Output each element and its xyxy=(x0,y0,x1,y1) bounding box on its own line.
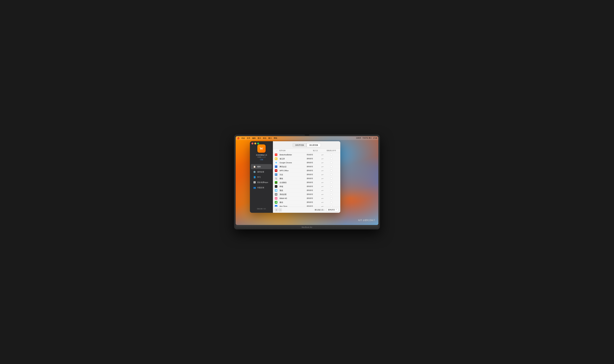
stepper-icon[interactable]: ▲▼ xyxy=(321,162,324,163)
stepper-icon[interactable]: ▲▼ xyxy=(321,154,324,155)
row-app-name: 访达 xyxy=(279,173,307,176)
tab-bar: 按程序切换 按位置切换 xyxy=(273,141,340,149)
more-apps-icon: 🅰 xyxy=(253,181,256,184)
menu-window[interactable]: 窗口 xyxy=(268,137,272,139)
force-english-checkbox[interactable] xyxy=(330,201,332,203)
tab-by-program[interactable]: 按程序切换 xyxy=(293,143,307,147)
menu-view[interactable]: 显示 xyxy=(258,137,261,139)
table-header: ... 程序名称 输入法 强制英文符号 xyxy=(273,149,340,153)
default-input-label: 默认输入法： xyxy=(315,209,325,211)
table-body: ● BetterAndBetter 简体拼音 ▲▼ 📝 备忘录 搜狗拼音 ▲▼ xyxy=(273,153,340,207)
rules-icon: 📋 xyxy=(253,165,256,168)
row-input-method[interactable]: 搜狗拼音 ▲▼ xyxy=(307,162,324,164)
row-input-method[interactable]: 搜狗拼音 ▲▼ xyxy=(307,177,324,180)
sidebar-item-learn[interactable]: 📘 学习 xyxy=(251,175,272,180)
tab-by-position[interactable]: 按位置切换 xyxy=(307,143,321,147)
feedback-label: 问题反馈 xyxy=(257,186,264,189)
force-english-checkbox[interactable] xyxy=(330,205,332,207)
row-input-method[interactable]: 搜狗拼音 ▲▼ xyxy=(307,205,324,207)
row-input-method[interactable]: 搜狗拼音 ▲▼ xyxy=(307,197,324,199)
force-english-checkbox[interactable] xyxy=(330,174,332,176)
sidebar-item-feedback[interactable]: 👥 问题反馈 xyxy=(251,185,272,190)
menu-file[interactable]: 文件 xyxy=(247,137,250,139)
stepper-icon[interactable]: ▲▼ xyxy=(321,170,324,171)
menu-help[interactable]: 帮助 xyxy=(274,137,277,139)
row-input-method[interactable]: 搜狗拼音 ▲▼ xyxy=(307,189,324,192)
row-input-method[interactable]: 搜狗拼音 ▲▼ xyxy=(307,166,324,168)
sidebar-item-rules[interactable]: 📋 规则 xyxy=(251,164,272,169)
force-english-checkbox[interactable] xyxy=(330,197,332,199)
stepper-icon[interactable]: ▲▼ xyxy=(321,202,324,203)
table-row: W WPS Office 搜狗拼音 ▲▼ xyxy=(273,169,340,173)
stepper-icon[interactable]: ▲▼ xyxy=(321,198,324,199)
stepper-icon[interactable]: ▲▼ xyxy=(321,186,324,187)
app-icon-container: W 自动切换输入法 内购版: 2.2.0 订购 xyxy=(256,144,267,161)
row-app-icon: 📝 xyxy=(275,157,277,160)
stepper-icon[interactable]: ▲▼ xyxy=(321,174,324,175)
sidebar: W 自动切换输入法 内购版: 2.2.0 订购 📋 规则 ⚙️ xyxy=(250,141,273,213)
row-app-icon: A xyxy=(275,205,277,207)
sidebar-nav: 📋 规则 ⚙️ 通用设置 📘 学习 🅰 更 xyxy=(250,164,273,190)
apple-logo-icon[interactable]: 🍎 xyxy=(237,137,239,139)
row-checkbox-cell xyxy=(324,162,338,164)
stepper-icon[interactable]: ▲▼ xyxy=(321,190,324,191)
force-english-checkbox[interactable] xyxy=(330,182,332,183)
row-app-name: 腾讯会议 xyxy=(279,166,307,168)
force-english-checkbox[interactable] xyxy=(330,154,332,156)
close-button[interactable] xyxy=(251,143,253,144)
row-checkbox-cell xyxy=(324,154,338,156)
macbook-bottom-bar: MacBook Air xyxy=(236,225,378,229)
row-input-method[interactable]: 简体拼音 ▲▼ xyxy=(307,154,324,156)
row-app-icon: 🔍 xyxy=(275,177,277,180)
row-input-method[interactable]: 搜狗拼音 ▲▼ xyxy=(307,173,324,176)
force-english-checkbox[interactable] xyxy=(330,162,332,164)
desktop: 🍎 访达 文件 编辑 显示 前往 窗口 帮助 1191字 7月27日 周三 17… xyxy=(236,136,378,225)
row-input-method[interactable]: 搜狗拼音 ▲▼ xyxy=(307,157,324,160)
row-app-icon: 📹 xyxy=(275,165,277,168)
table-row: 💬 微信 搜狗拼音 ▲▼ xyxy=(273,200,340,204)
stepper-icon[interactable]: ▲▼ xyxy=(321,194,324,195)
row-input-method[interactable]: 搜狗拼音 ▲▼ xyxy=(307,193,324,195)
sidebar-item-general[interactable]: ⚙️ 通用设置 xyxy=(251,169,272,174)
force-english-checkbox[interactable] xyxy=(330,185,332,187)
row-app-name: 终端 xyxy=(279,185,307,188)
table-row: > 终端 搜狗拼音 ▲▼ xyxy=(273,184,340,188)
menu-edit[interactable]: 编辑 xyxy=(252,137,256,139)
force-english-checkbox[interactable] xyxy=(330,189,332,191)
menubar: 🍎 访达 文件 编辑 显示 前往 窗口 帮助 1191字 7月27日 周三 17… xyxy=(236,136,378,140)
minimize-button[interactable] xyxy=(254,143,256,144)
row-input-method[interactable]: 搜狗拼音 ▲▼ xyxy=(307,169,324,172)
sidebar-item-more-apps[interactable]: 🅰 更多免费Apps xyxy=(251,180,272,185)
buy-link[interactable]: 订购 xyxy=(260,158,263,161)
row-input-method[interactable]: 搜狗拼音 ▲▼ xyxy=(307,201,324,203)
row-app-icon: 💬 xyxy=(275,201,277,204)
force-english-checkbox[interactable] xyxy=(330,166,332,168)
row-app-icon: W xyxy=(275,169,277,172)
stepper-icon[interactable]: ▲▼ xyxy=(321,158,324,159)
menu-go[interactable]: 前往 xyxy=(263,137,266,139)
row-input-method[interactable]: 搜狗拼音 ▲▼ xyxy=(307,181,324,183)
force-english-checkbox[interactable] xyxy=(330,170,332,171)
force-english-checkbox[interactable] xyxy=(330,194,332,195)
row-checkbox-cell xyxy=(324,185,338,187)
default-input-select[interactable]: 搜狗拼音 ⌃ xyxy=(327,208,338,211)
row-input-method[interactable]: 搜狗拼音 ▲▼ xyxy=(307,185,324,188)
fullscreen-button[interactable] xyxy=(257,143,259,144)
stepper-icon[interactable]: ▲▼ xyxy=(321,178,324,179)
col-header-force: 强制英文符号 xyxy=(324,150,338,152)
row-checkbox-cell xyxy=(324,197,338,199)
stepper-icon[interactable]: ▲▼ xyxy=(321,182,324,183)
row-checkbox-cell xyxy=(324,194,338,195)
row-app-name: 微信 xyxy=(279,201,307,204)
force-english-checkbox[interactable] xyxy=(330,158,332,160)
table-row: 🌐 Google Chrome 搜狗拼音 ▲▼ xyxy=(273,161,340,165)
remove-row-button[interactable]: − xyxy=(279,208,282,211)
menu-finder[interactable]: 访达 xyxy=(241,137,245,139)
row-app-icon: 🔍 xyxy=(275,173,277,176)
add-row-button[interactable]: + xyxy=(275,208,278,211)
table-row: 🔍 聚焦 搜狗拼音 ▲▼ xyxy=(273,177,340,181)
force-english-checkbox[interactable] xyxy=(330,178,332,180)
stepper-icon[interactable]: ▲▼ xyxy=(321,166,324,167)
table-row: ● BetterAndBetter 简体拼音 ▲▼ xyxy=(273,153,340,157)
input-method-text: 搜狗拼音 xyxy=(307,162,313,164)
